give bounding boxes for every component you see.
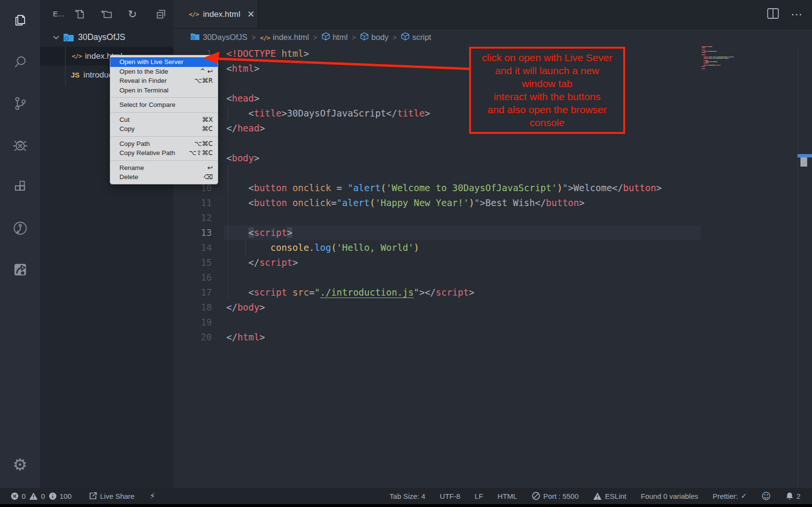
breadcrumb: 30DaysOfJS></>index.html>html>body>scrip… bbox=[173, 28, 812, 46]
cube-icon bbox=[401, 32, 409, 42]
info-icon bbox=[49, 492, 57, 500]
source-control-icon[interactable] bbox=[0, 88, 40, 119]
breadcrumb-separator: > bbox=[314, 34, 317, 41]
split-editor-icon[interactable] bbox=[767, 8, 779, 21]
line-number: 16 bbox=[173, 270, 212, 285]
context-menu-item-open-in-terminal[interactable]: Open in Terminal bbox=[110, 86, 218, 95]
tab-index-html[interactable]: </> index.html ✕ bbox=[173, 0, 258, 28]
context-menu-item-copy-path[interactable]: Copy Path⌥⌘C bbox=[110, 139, 218, 149]
live-share-status[interactable]: Live Share bbox=[89, 492, 135, 500]
code-line-13: <script> bbox=[226, 225, 662, 240]
live-share-ext-icon[interactable] bbox=[0, 254, 40, 285]
folder-icon bbox=[190, 33, 200, 42]
activity-bar: ⚙ bbox=[0, 0, 40, 488]
line-number: 14 bbox=[173, 240, 212, 255]
menu-separator bbox=[111, 136, 217, 137]
collapse-all-icon[interactable] bbox=[154, 7, 168, 21]
overview-ruler-cursor-marker bbox=[798, 154, 812, 157]
breadcrumb-item-html[interactable]: html bbox=[322, 32, 348, 42]
explorer-icon[interactable] bbox=[0, 5, 40, 36]
session-circle-icon[interactable] bbox=[0, 213, 40, 244]
line-number: 11 bbox=[173, 195, 212, 210]
context-menu-item-delete[interactable]: Delete⌫ bbox=[110, 172, 218, 182]
feedback-smiley-icon[interactable]: ☺ bbox=[761, 491, 771, 501]
folder-name: 30DaysOfJS bbox=[78, 32, 125, 42]
settings-gear-icon[interactable]: ⚙ bbox=[0, 449, 40, 480]
breadcrumb-item-body[interactable]: body bbox=[360, 32, 389, 42]
line-number: 18 bbox=[173, 300, 212, 315]
share-icon bbox=[89, 492, 97, 500]
line-number: 17 bbox=[173, 285, 212, 300]
line-number: 19 bbox=[173, 315, 212, 330]
status-bar: 0 0 100 Live Share ⚡ Tab Size: 4 UTF-8 L… bbox=[0, 488, 812, 504]
context-menu-item-rename[interactable]: Rename↩ bbox=[110, 163, 218, 173]
code-icon: </> bbox=[260, 33, 270, 42]
problems-warnings[interactable]: 0 bbox=[29, 492, 45, 500]
eslint-status[interactable]: ESLint bbox=[593, 492, 626, 500]
code-line-9 bbox=[226, 166, 662, 181]
code-line-17: <script src="./introduction.js"></script… bbox=[226, 285, 662, 300]
more-actions-icon[interactable]: ⋯ bbox=[791, 8, 803, 21]
context-menu-item-copy[interactable]: Copy⌘C bbox=[110, 124, 218, 134]
eol-indicator[interactable]: LF bbox=[475, 492, 484, 500]
extensions-icon[interactable] bbox=[0, 171, 40, 202]
problems-infos[interactable]: 100 bbox=[49, 492, 72, 500]
breadcrumb-separator: > bbox=[352, 34, 356, 41]
code-line-15: </script> bbox=[226, 255, 662, 270]
code-line-7 bbox=[226, 136, 662, 151]
encoding-indicator[interactable]: UTF-8 bbox=[440, 492, 460, 500]
menu-separator bbox=[111, 97, 217, 98]
code-line-8: <body> bbox=[226, 151, 662, 166]
context-menu: Open with Live ServerOpen to the Side^ ↩… bbox=[110, 55, 218, 184]
scrollbar-thumb[interactable] bbox=[800, 157, 807, 167]
tab-size-indicator[interactable]: Tab Size: 4 bbox=[390, 492, 425, 500]
folder-icon bbox=[63, 33, 74, 42]
context-menu-item-reveal-in-finder[interactable]: Reveal in Finder⌥⌘R bbox=[110, 76, 218, 86]
check-icon: ✓ bbox=[741, 492, 747, 500]
lightning-icon[interactable]: ⚡ bbox=[149, 491, 155, 501]
close-tab-icon[interactable]: ✕ bbox=[247, 9, 255, 20]
breadcrumb-separator: > bbox=[393, 34, 397, 41]
breadcrumb-item-script[interactable]: script bbox=[401, 32, 431, 42]
code-line-12 bbox=[226, 210, 662, 225]
breadcrumb-item-30DaysOfJS[interactable]: 30DaysOfJS bbox=[190, 33, 248, 42]
context-menu-item-open-with-live-server[interactable]: Open with Live Server bbox=[110, 57, 218, 67]
code-line-14: console.log('Hello, World') bbox=[226, 240, 662, 255]
code-line-10: <button onclick = "alert('Welcome to 30D… bbox=[226, 181, 662, 195]
error-icon bbox=[11, 492, 19, 500]
live-server-port[interactable]: Port : 5500 bbox=[532, 492, 578, 500]
context-menu-item-cut[interactable]: Cut⌘X bbox=[110, 115, 218, 125]
notifications-bell[interactable]: 2 bbox=[786, 492, 800, 500]
js-file-icon: JS bbox=[71, 71, 79, 79]
line-number: 13 bbox=[173, 225, 212, 240]
annotation-box: click on open with Live Sever and it wil… bbox=[469, 47, 625, 134]
window-bottom-edge bbox=[0, 504, 812, 507]
explorer-panel-title: E… bbox=[53, 10, 65, 18]
circle-slash-icon bbox=[532, 492, 540, 500]
language-indicator[interactable]: HTML bbox=[498, 492, 517, 500]
run-debug-icon[interactable] bbox=[0, 130, 40, 161]
context-menu-item-open-to-the-side[interactable]: Open to the Side^ ↩ bbox=[110, 67, 218, 77]
variables-found[interactable]: Found 0 variables bbox=[641, 492, 698, 500]
warning-icon bbox=[29, 492, 38, 500]
line-number: 12 bbox=[173, 210, 212, 225]
cube-icon bbox=[360, 32, 368, 42]
problems-errors[interactable]: 0 bbox=[11, 492, 26, 500]
new-folder-icon[interactable] bbox=[99, 7, 114, 21]
breadcrumb-item-index.html[interactable]: </>index.html bbox=[260, 33, 309, 42]
new-file-icon[interactable] bbox=[72, 7, 87, 21]
tree-item-folder[interactable]: 30DaysOfJS bbox=[40, 28, 173, 47]
bell-icon bbox=[786, 492, 794, 500]
line-number: 20 bbox=[173, 330, 212, 345]
tab-title: index.html bbox=[203, 10, 240, 19]
minimap[interactable] bbox=[701, 45, 745, 74]
html-file-icon: </> bbox=[189, 11, 198, 18]
menu-separator bbox=[111, 160, 217, 161]
context-menu-item-copy-relative-path[interactable]: Copy Relative Path⌥⇧⌘C bbox=[110, 148, 218, 158]
prettier-status[interactable]: Prettier:✓ bbox=[713, 492, 747, 500]
html-file-icon: </> bbox=[72, 52, 81, 60]
context-menu-item-select-for-compare[interactable]: Select for Compare bbox=[110, 100, 218, 110]
vscode-window: ⚙ E… ↻ 30DaysOfJS </> index.html JS intr… bbox=[0, 0, 812, 507]
refresh-icon[interactable]: ↻ bbox=[125, 7, 140, 21]
search-icon[interactable] bbox=[0, 47, 40, 78]
